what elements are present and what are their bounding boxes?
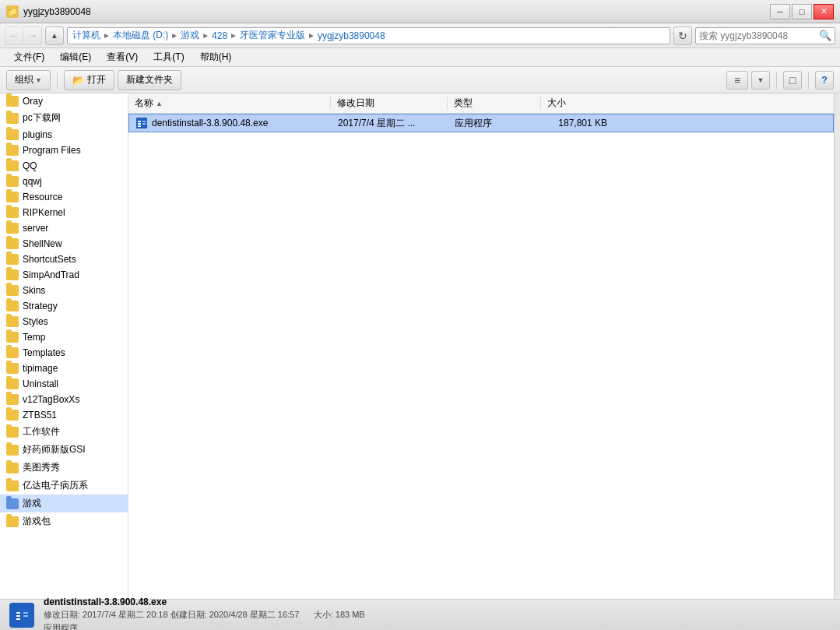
sidebar-item-pcdownload[interactable]: pc下载网 <box>0 109 128 127</box>
menu-file[interactable]: 文件(F) <box>6 49 52 66</box>
breadcrumb-428[interactable]: 428 <box>212 30 227 41</box>
file-date-cell: 2017/7/4 星期二 ... <box>332 117 448 130</box>
toolbar-separator3 <box>808 72 809 89</box>
toolbar: 组织 ▼ 📂 打开 新建文件夹 ≡ ▼ □ ? <box>0 67 840 93</box>
svg-rect-1 <box>138 121 141 122</box>
file-row-dentist[interactable]: dentistinstall-3.8.900.48.exe 2017/7/4 星… <box>128 114 834 132</box>
menu-view[interactable]: 查看(V) <box>99 49 146 66</box>
folder-icon <box>6 238 19 249</box>
svg-rect-11 <box>23 615 28 617</box>
view-options-button[interactable]: ▼ <box>751 71 770 90</box>
folder-icon <box>6 269 19 280</box>
nav-back-forward: ← → <box>5 26 42 45</box>
breadcrumb-dental[interactable]: 牙医管家专业版 <box>240 29 305 42</box>
folder-icon <box>6 316 19 327</box>
sidebar-item-templates[interactable]: Templates <box>0 345 128 361</box>
folder-icon <box>6 129 19 140</box>
sidebar-item-simpandtrad[interactable]: SimpAndTrad <box>0 267 128 283</box>
search-input[interactable] <box>699 30 816 41</box>
svg-rect-3 <box>138 125 141 127</box>
sort-arrow-name: ▲ <box>156 100 163 107</box>
sidebar-item-ripkernel[interactable]: RIPKernel <box>0 205 128 220</box>
folder-icon <box>6 207 19 218</box>
address-bar: ← → ▲ 计算机 ► 本地磁盘 (D:) ► 游戏 ► 428 ► 牙医管家专… <box>0 23 840 48</box>
folder-icon <box>6 332 19 343</box>
preview-button[interactable]: □ <box>783 71 802 90</box>
breadcrumb-drive[interactable]: 本地磁盘 (D:) <box>113 29 168 42</box>
sidebar-item-youxi[interactable]: 游戏 <box>0 494 128 512</box>
col-header-date[interactable]: 修改日期 <box>331 97 448 110</box>
sidebar-item-programfiles[interactable]: Program Files <box>0 143 128 158</box>
svg-rect-0 <box>136 118 147 128</box>
organize-button[interactable]: 组织 ▼ <box>6 70 51 90</box>
status-type: 应用程序 <box>44 622 365 631</box>
col-header-name[interactable]: 名称 ▲ <box>128 97 331 110</box>
sidebar-item-haoyaoshi[interactable]: 好药师新版GSI <box>0 441 128 459</box>
column-headers: 名称 ▲ 修改日期 类型 大小 <box>128 93 834 114</box>
col-header-size[interactable]: 大小 <box>541 97 619 110</box>
sidebar-item-uninstall[interactable]: Uninstall <box>0 376 128 392</box>
title-bar: 📁 yygjzyb3890048 ─ □ ✕ <box>0 0 840 23</box>
close-button[interactable]: ✕ <box>814 4 834 19</box>
sidebar-item-qqwj[interactable]: qqwj <box>0 174 128 189</box>
svg-rect-7 <box>16 612 20 614</box>
forward-button[interactable]: → <box>23 26 42 45</box>
sidebar-item-qq[interactable]: QQ <box>0 158 128 174</box>
scrollbar-area <box>834 93 840 599</box>
new-folder-button[interactable]: 新建文件夹 <box>118 70 181 90</box>
sidebar-item-styles[interactable]: Styles <box>0 314 128 329</box>
sidebar-item-tipimage[interactable]: tipimage <box>0 361 128 376</box>
window-controls: ─ □ ✕ <box>770 4 834 19</box>
breadcrumb-bar[interactable]: 计算机 ► 本地磁盘 (D:) ► 游戏 ► 428 ► 牙医管家专业版 ► y… <box>67 27 670 44</box>
refresh-button[interactable]: ↻ <box>673 26 692 45</box>
svg-rect-4 <box>142 121 146 122</box>
svg-rect-5 <box>142 123 146 125</box>
up-button[interactable]: ▲ <box>45 26 64 45</box>
sidebar-item-plugins[interactable]: plugins <box>0 127 128 143</box>
sidebar-item-youxibao[interactable]: 游戏包 <box>0 512 128 530</box>
sidebar: Oray pc下载网 plugins Program Files QQ qqwj… <box>0 93 128 599</box>
main-area: Oray pc下载网 plugins Program Files QQ qqwj… <box>0 93 840 599</box>
folder-icon-selected <box>6 498 19 509</box>
sidebar-item-server[interactable]: server <box>0 220 128 236</box>
folder-icon <box>6 145 19 156</box>
status-file-icon <box>9 603 34 628</box>
open-button[interactable]: 📂 打开 <box>64 70 114 90</box>
help-button[interactable]: ? <box>815 71 834 90</box>
menu-tools[interactable]: 工具(T) <box>146 49 192 66</box>
folder-icon <box>6 254 19 265</box>
folder-icon <box>6 427 19 438</box>
menu-help[interactable]: 帮助(H) <box>192 49 240 66</box>
breadcrumb-games[interactable]: 游戏 <box>181 29 199 42</box>
file-list: dentistinstall-3.8.900.48.exe 2017/7/4 星… <box>128 114 834 599</box>
minimize-button[interactable]: ─ <box>770 4 790 19</box>
sidebar-item-skins[interactable]: Skins <box>0 283 128 298</box>
sidebar-item-oray[interactable]: Oray <box>0 93 128 109</box>
breadcrumb-computer[interactable]: 计算机 <box>72 29 100 42</box>
sidebar-item-temp[interactable]: Temp <box>0 329 128 345</box>
sidebar-item-yida[interactable]: 亿达电子病历系 <box>0 477 128 494</box>
sidebar-item-shortcutsets[interactable]: ShortcutSets <box>0 252 128 267</box>
folder-icon <box>6 394 19 405</box>
search-icon[interactable]: 🔍 <box>819 30 831 41</box>
search-bar[interactable]: 🔍 <box>695 27 835 44</box>
breadcrumb-current[interactable]: yygjzyb3890048 <box>318 30 385 41</box>
svg-rect-8 <box>16 615 20 617</box>
sidebar-item-resource[interactable]: Resource <box>0 189 128 205</box>
view-toggle-button[interactable]: ≡ <box>726 71 748 90</box>
maximize-button[interactable]: □ <box>792 4 812 19</box>
menu-edit[interactable]: 编辑(E) <box>52 49 99 66</box>
sidebar-item-strategy[interactable]: Strategy <box>0 298 128 314</box>
sidebar-item-worksoftware[interactable]: 工作软件 <box>0 423 128 441</box>
folder-icon <box>6 301 19 311</box>
col-header-type[interactable]: 类型 <box>448 97 541 110</box>
sidebar-item-v12tagbox[interactable]: v12TagBoxXs <box>0 392 128 407</box>
folder-icon <box>6 378 19 389</box>
file-type-cell: 应用程序 <box>448 117 542 130</box>
status-filename: dentistinstall-3.8.900.48.exe <box>44 597 365 607</box>
sidebar-item-meitu[interactable]: 美图秀秀 <box>0 459 128 477</box>
back-button[interactable]: ← <box>5 26 23 45</box>
sidebar-item-shellnew[interactable]: ShellNew <box>0 236 128 252</box>
sidebar-item-ztbs51[interactable]: ZTBS51 <box>0 407 128 423</box>
svg-rect-9 <box>16 618 20 620</box>
